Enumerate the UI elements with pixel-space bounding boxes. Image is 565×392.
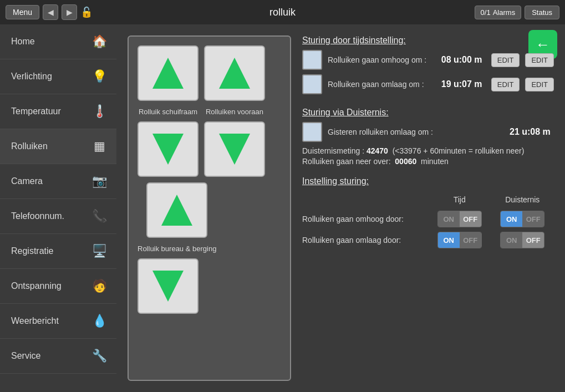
bureau-up-button[interactable] xyxy=(146,182,207,238)
duisternis-on-2: ON xyxy=(501,232,522,248)
duisternis-row-text: Gisteren rolluiken omlaag om : xyxy=(328,128,504,136)
duisternis-time-row: Gisteren rolluiken omlaag om : 21 u:08 m xyxy=(302,122,554,142)
svg-marker-4 xyxy=(161,195,192,226)
duisternis-stat1-value: 42470 xyxy=(367,146,388,155)
back-nav-button[interactable]: ◀ xyxy=(43,4,58,20)
bureau-down-button[interactable] xyxy=(138,258,198,314)
control-row-3: Rolluik bureau & berging xyxy=(138,182,281,253)
sidebar-label-temperatuur: Temperatuur xyxy=(11,106,61,116)
tijd-on-2: ON xyxy=(438,232,460,248)
timing-edit1-down[interactable]: EDIT xyxy=(491,78,520,91)
timing-row-up: Rolluiken gaan omhoog om : 08 u:00 m EDI… xyxy=(302,50,554,70)
instelling-row1-label: Rolluiken gaan omhoog door: xyxy=(302,211,428,227)
instelling-row1-duisternis-toggle[interactable]: ON OFF xyxy=(491,211,554,227)
duisternis-toggle-on-1[interactable]: ON OFF xyxy=(500,211,544,227)
sidebar-item-rolluiken[interactable]: Rolluiken ▦ xyxy=(0,129,116,164)
duisternis-section-title: Sturing via Duisternis: xyxy=(302,108,554,118)
duisternis-stat1-extra: (<33976 + 60minuten = rolluiken neer) xyxy=(393,146,525,155)
instelling-row2-tijd-toggle[interactable]: ON OFF xyxy=(428,232,491,248)
sidebar-item-temperatuur[interactable]: Temperatuur 🌡️ xyxy=(0,94,116,129)
vooraan-label: Rolluiken vooraan xyxy=(206,108,263,116)
control-panel: Rolluik schuifraam Rolluiken vooraan xyxy=(128,35,291,381)
sidebar-item-weerbericht[interactable]: Weerbericht 💧 xyxy=(0,304,116,339)
instelling-row2-duisternis-toggle[interactable]: ON OFF xyxy=(491,232,554,248)
schuifraam-up-button[interactable] xyxy=(138,45,198,101)
timing-row-down: Rolluiken gaan omlaag om : 19 u:07 m EDI… xyxy=(302,74,554,94)
sidebar-label-rolluiken: Rolluiken xyxy=(11,141,48,151)
duisternis-toggle-off-2[interactable]: ON OFF xyxy=(500,232,544,248)
timing-edit2-up[interactable]: EDIT xyxy=(525,53,554,67)
duisternis-section: Sturing via Duisternis: Gisteren rolluik… xyxy=(302,108,554,167)
control-row-2 xyxy=(138,121,281,177)
timing-time-down: 19 u:07 m xyxy=(441,79,486,89)
timing-edit2-down[interactable]: EDIT xyxy=(525,78,554,91)
timing-text-up: Rolluiken gaan omhoog om : xyxy=(328,55,436,64)
schuifraam-down-button[interactable] xyxy=(138,121,198,177)
control-col-schuifraam: Rolluik schuifraam xyxy=(138,45,198,116)
svg-marker-2 xyxy=(152,134,184,165)
tijd-off-2: OFF xyxy=(460,232,481,248)
phone-icon: 📞 xyxy=(91,209,108,223)
sidebar-item-telefoonnum[interactable]: Telefoonnum. 📞 xyxy=(0,199,116,234)
weather-icon: 💧 xyxy=(91,314,108,328)
right-panel: Sturing door tijdsinstelling: Rolluiken … xyxy=(302,35,554,381)
window-icon-up xyxy=(302,50,322,70)
home-icon: 🏠 xyxy=(91,34,108,49)
bureau-label: Rolluik bureau & berging xyxy=(138,245,216,253)
sidebar-item-camera[interactable]: Camera 📷 xyxy=(0,164,116,199)
window-icon-down xyxy=(302,74,322,94)
sidebar-label-telefoonnum: Telefoonnum. xyxy=(11,211,64,221)
menu-button[interactable]: Menu xyxy=(6,5,39,19)
registratie-icon: 🖥️ xyxy=(91,244,108,258)
top-bar-left: Menu ◀ ▶ 🔓 xyxy=(6,4,93,20)
instelling-section: Instelling sturing: Tijd Duisternis Roll… xyxy=(302,176,554,253)
instelling-row2-label: Rolluiken gaan omlaag door: xyxy=(302,232,428,248)
sidebar-item-service[interactable]: Service 🔧 xyxy=(0,339,116,374)
sidebar-label-service: Service xyxy=(11,351,40,361)
duisternis-stat1: Duisternismeting : 42470 (<33976 + 60min… xyxy=(302,146,554,155)
instelling-header-duisternis: Duisternis xyxy=(491,195,554,206)
tijd-toggle-on-2[interactable]: ON OFF xyxy=(437,232,482,248)
duisternis-on-1: ON xyxy=(501,211,522,227)
lock-icon[interactable]: 🔓 xyxy=(80,6,93,18)
tijd-on-1: ON xyxy=(438,211,460,227)
ontspanning-icon: 🧑 xyxy=(91,279,108,293)
duisternis-stat2: Rolluiken gaan neer over: 00060 minuten xyxy=(302,157,554,166)
tijd-toggle-off-1[interactable]: ON OFF xyxy=(437,211,482,227)
alarms-button[interactable]: 0/1 Alarms xyxy=(475,6,522,19)
sidebar-label-registratie: Registratie xyxy=(11,246,53,256)
control-col-vooraan-down xyxy=(204,121,265,177)
timing-section-title: Sturing door tijdsinstelling: xyxy=(302,35,554,45)
timing-time-up: 08 u:00 m xyxy=(441,55,486,65)
sidebar: Home 🏠 Verlichting 💡 Temperatuur 🌡️ Roll… xyxy=(0,24,116,392)
vooraan-down-button[interactable] xyxy=(204,121,265,177)
svg-marker-3 xyxy=(219,134,250,165)
control-row-1: Rolluik schuifraam Rolluiken vooraan xyxy=(138,45,281,116)
instelling-row1-tijd-toggle[interactable]: ON OFF xyxy=(428,211,491,227)
sidebar-item-home[interactable]: Home 🏠 xyxy=(0,24,116,59)
instelling-header-tijd: Tijd xyxy=(428,195,491,206)
alarms-label: Alarms xyxy=(493,8,515,17)
control-col-schuifraam-down xyxy=(138,121,198,177)
timing-section: Sturing door tijdsinstelling: Rolluiken … xyxy=(302,35,554,99)
duisternis-stat2-value: 00060 xyxy=(395,157,416,166)
main-content: Rolluik schuifraam Rolluiken vooraan xyxy=(116,24,565,392)
camera-icon: 📷 xyxy=(91,174,108,189)
alarms-count: 0/1 xyxy=(481,8,491,17)
status-button[interactable]: Status xyxy=(525,6,559,19)
sidebar-label-verlichting: Verlichting xyxy=(11,72,52,82)
forward-nav-button[interactable]: ▶ xyxy=(62,4,77,20)
top-bar: Menu ◀ ▶ 🔓 rolluik 0/1 Alarms Status xyxy=(0,0,565,24)
duisternis-stat2-unit: minuten xyxy=(421,157,449,166)
sidebar-item-registratie[interactable]: Registratie 🖥️ xyxy=(0,234,116,269)
sidebar-item-verlichting[interactable]: Verlichting 💡 xyxy=(0,59,116,94)
timing-edit1-up[interactable]: EDIT xyxy=(491,53,520,67)
control-row-4 xyxy=(138,258,281,314)
duisternis-row-time: 21 u:08 m xyxy=(510,127,554,137)
control-col-bureau: Rolluik bureau & berging xyxy=(138,182,216,253)
light-icon: 💡 xyxy=(91,69,108,84)
timing-text-down: Rolluiken gaan omlaag om : xyxy=(328,80,436,89)
vooraan-up-button[interactable] xyxy=(204,45,265,101)
svg-marker-5 xyxy=(152,271,184,302)
sidebar-item-ontspanning[interactable]: Ontspanning 🧑 xyxy=(0,269,116,304)
